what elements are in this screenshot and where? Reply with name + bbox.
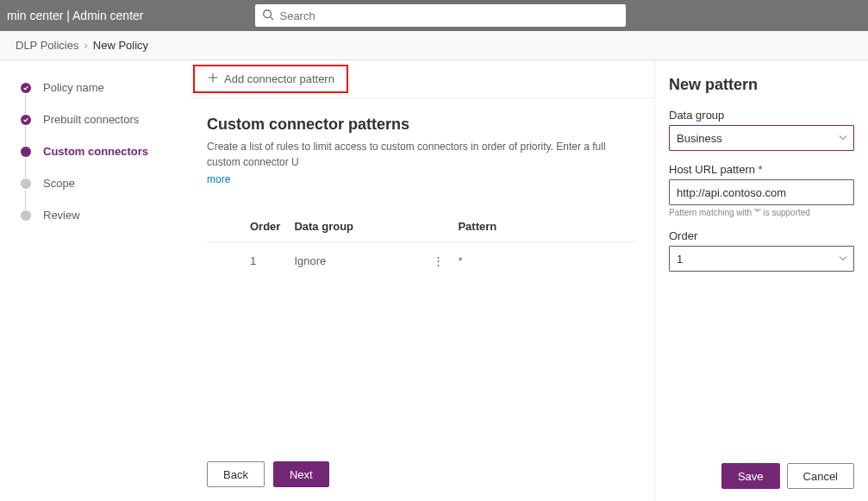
- svg-line-1: [271, 16, 274, 20]
- patterns-table: Order Data group Pattern 1Ignore⋮*: [207, 211, 637, 279]
- col-header-pattern: Pattern: [451, 211, 637, 242]
- required-asterisk: *: [759, 163, 763, 176]
- col-header-order: Order: [207, 211, 287, 242]
- data-group-select[interactable]: [669, 125, 854, 151]
- svg-point-0: [264, 9, 272, 17]
- step-dot-icon: [21, 147, 31, 157]
- cell-data-group: Ignore: [287, 242, 425, 280]
- step-label: Custom connectors: [43, 145, 148, 158]
- host-url-input[interactable]: [669, 179, 854, 205]
- app-title: min center | Admin center: [7, 9, 143, 22]
- add-button-label: Add connector pattern: [224, 72, 334, 85]
- step-prebuilt-connectors[interactable]: Prebuilt connectors: [21, 113, 190, 126]
- breadcrumb-current: New Policy: [93, 39, 148, 52]
- close-panel-button[interactable]: [840, 78, 854, 91]
- step-custom-connectors[interactable]: Custom connectors: [21, 145, 190, 158]
- plus-icon: [207, 72, 224, 86]
- host-url-label-text: Host URL pattern: [669, 163, 755, 176]
- host-url-hint: Pattern matching with '*' is supported: [669, 208, 854, 217]
- wizard-footer: Back Next: [207, 461, 329, 487]
- back-button[interactable]: Back: [207, 461, 265, 487]
- step-label: Prebuilt connectors: [43, 113, 139, 126]
- check-icon: [21, 115, 31, 125]
- search-input[interactable]: [279, 9, 619, 22]
- step-review[interactable]: Review: [21, 209, 190, 222]
- step-policy-name[interactable]: Policy name: [21, 81, 190, 94]
- panel-title: New pattern: [669, 76, 758, 94]
- step-dot-icon: [21, 178, 31, 189]
- next-button[interactable]: Next: [273, 461, 329, 487]
- breadcrumb-separator: ›: [84, 39, 87, 52]
- table-row[interactable]: 1Ignore⋮*: [207, 242, 637, 280]
- cell-order: 1: [207, 242, 287, 280]
- breadcrumb-root[interactable]: DLP Policies: [16, 39, 78, 52]
- section-title: Custom connector patterns: [207, 116, 637, 134]
- section-description: Create a list of rules to limit access t…: [207, 139, 637, 187]
- check-icon: [21, 83, 31, 93]
- row-menu-icon[interactable]: ⋮: [433, 254, 444, 267]
- search-box[interactable]: [255, 4, 626, 27]
- order-select[interactable]: [669, 246, 854, 272]
- topbar: min center | Admin center: [0, 0, 868, 31]
- cell-pattern: *: [451, 242, 637, 280]
- host-url-label: Host URL pattern *: [669, 163, 854, 176]
- step-label: Policy name: [43, 81, 104, 94]
- data-group-label: Data group: [669, 109, 854, 122]
- main-content: Add connector pattern Custom connector p…: [190, 60, 654, 501]
- order-label: Order: [669, 229, 854, 242]
- step-dot-icon: [21, 210, 31, 221]
- more-link[interactable]: more: [207, 172, 637, 187]
- new-pattern-panel: New pattern Data group Host URL pattern …: [654, 60, 868, 501]
- step-label: Review: [43, 209, 80, 222]
- highlight-annotation: Add connector pattern: [193, 65, 348, 93]
- add-connector-pattern-button[interactable]: Add connector pattern: [200, 68, 341, 90]
- wizard-stepper: Policy namePrebuilt connectorsCustom con…: [0, 60, 190, 501]
- step-scope[interactable]: Scope: [21, 177, 190, 190]
- section-desc-text: Create a list of rules to limit access t…: [207, 141, 606, 168]
- col-header-data-group: Data group: [287, 211, 425, 242]
- cancel-button[interactable]: Cancel: [787, 463, 854, 489]
- search-icon: [262, 9, 279, 23]
- save-button[interactable]: Save: [721, 463, 780, 489]
- breadcrumb: DLP Policies › New Policy: [0, 31, 868, 60]
- command-bar: Add connector pattern: [190, 60, 654, 98]
- step-label: Scope: [43, 177, 75, 190]
